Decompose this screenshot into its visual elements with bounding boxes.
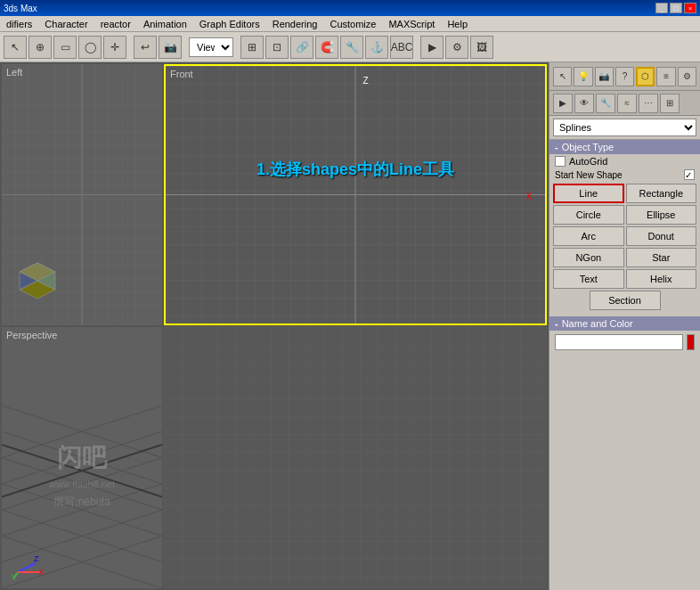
camera-btn[interactable]: 📷: [159, 36, 182, 59]
circle-select-btn[interactable]: ◯: [78, 36, 102, 59]
url-text: www.flash8.net: [49, 479, 115, 489]
object-type-buttons: Line Rectangle Circle Ellipse Arc Donut …: [549, 181, 700, 313]
extra-btn1[interactable]: ≈: [617, 94, 637, 113]
extra-btn3[interactable]: ⊞: [660, 94, 680, 113]
minimize-button[interactable]: _: [655, 3, 668, 13]
viewport-left-label: Left: [6, 67, 22, 78]
name-color-minus[interactable]: -: [555, 318, 558, 329]
snap-btn1[interactable]: ⊞: [240, 36, 264, 59]
menu-maxscript[interactable]: MAXScript: [386, 19, 437, 29]
name-color-label: Name and Color: [562, 318, 633, 329]
autogrid-label: AutoGrid: [569, 156, 607, 167]
svg-text:Z: Z: [363, 76, 369, 86]
camera-panel-btn[interactable]: 📷: [595, 67, 614, 86]
shape-btn-active[interactable]: ⬡: [636, 67, 655, 86]
text-btn[interactable]: ABC: [390, 36, 413, 59]
move-tool-btn[interactable]: ⊕: [28, 36, 52, 59]
snap-btn2[interactable]: ⊡: [265, 36, 289, 59]
ellipse-btn[interactable]: Ellipse: [626, 205, 697, 225]
menu-rendering[interactable]: Rendering: [270, 19, 321, 29]
flash-logo: 闪吧: [57, 441, 107, 475]
svg-rect-35: [164, 327, 547, 588]
extra-btn2[interactable]: ⋯: [639, 94, 658, 113]
snap-btn5[interactable]: 🔧: [340, 36, 363, 59]
window-controls: _ □ ×: [655, 3, 696, 13]
autogrid-row: AutoGrid: [549, 154, 700, 168]
color-swatch[interactable]: [687, 334, 695, 350]
annotation-text: 1.选择shapes中的Line工具: [256, 159, 454, 180]
svg-text:X: X: [526, 192, 533, 201]
maximize-button[interactable]: □: [670, 3, 682, 13]
menu-reactor[interactable]: reactor: [98, 19, 134, 29]
name-color-row: [549, 331, 700, 354]
splines-select[interactable]: Splines: [553, 119, 696, 136]
empty-grid: [164, 327, 547, 588]
panel-toolbar-2: ▶ 👁 🔧 ≈ ⋯ ⊞: [549, 91, 700, 116]
right-panel: ↖ 💡 📷 ? ⬡ ≡ ⚙ ▶ 👁 🔧 ≈ ⋯ ⊞ Splines - Obje…: [549, 62, 700, 590]
render-btn1[interactable]: ▶: [420, 36, 444, 59]
select-tool-btn[interactable]: ↖: [4, 36, 27, 59]
render-btn2[interactable]: ⚙: [445, 36, 468, 59]
section-minus[interactable]: -: [555, 142, 558, 152]
star-btn[interactable]: Star: [626, 248, 697, 267]
snap-btn4[interactable]: 🧲: [315, 36, 338, 59]
display-btn[interactable]: 👁: [574, 94, 594, 113]
viewport-perspective[interactable]: Perspective: [2, 327, 162, 588]
menu-help[interactable]: Help: [444, 19, 470, 29]
viewport-empty[interactable]: [164, 327, 547, 588]
object-type-label: Object Type: [562, 142, 615, 152]
cube-3d: [11, 254, 64, 307]
name-color-header: - Name and Color: [549, 316, 700, 331]
arc-btn[interactable]: Arc: [553, 226, 624, 246]
menu-graph-editors[interactable]: Graph Editors: [197, 19, 263, 29]
viewport-area: Left Fron: [0, 62, 549, 590]
light-btn[interactable]: 💡: [574, 67, 592, 86]
render-btn3[interactable]: 🖼: [470, 36, 493, 59]
viewport-front-label: Front: [170, 69, 193, 79]
start-new-shape-row: Start New Shape ✓: [549, 168, 700, 181]
modifier-btn[interactable]: ≡: [656, 67, 675, 86]
helix-btn[interactable]: Helix: [626, 269, 697, 289]
start-new-shape-checkbox[interactable]: ✓: [684, 169, 695, 180]
rect-select-btn[interactable]: ▭: [53, 36, 77, 59]
donut-btn[interactable]: Donut: [626, 226, 697, 246]
section-btn[interactable]: Section: [590, 291, 661, 310]
circle-btn[interactable]: Circle: [553, 205, 624, 225]
snap-btn3[interactable]: 🔗: [290, 36, 313, 59]
menu-bar: difiers Character reactor Animation Grap…: [0, 16, 700, 32]
front-grid: Z X: [166, 66, 545, 324]
cursor-btn[interactable]: ↖: [553, 67, 572, 86]
panel-toolbar: ↖ 💡 📷 ? ⬡ ≡ ⚙: [549, 62, 700, 91]
svg-line-28: [18, 563, 36, 572]
menu-character[interactable]: Character: [42, 19, 90, 29]
hierarchy-btn[interactable]: ⚙: [678, 67, 696, 86]
menu-modifiers[interactable]: difiers: [4, 19, 35, 29]
utility-btn[interactable]: 🔧: [596, 94, 615, 113]
motion-btn[interactable]: ▶: [553, 94, 573, 113]
name-color-section: - Name and Color: [549, 316, 700, 354]
object-type-header: - Object Type: [549, 140, 700, 154]
viewport-front[interactable]: Front Z X 1.选择shapes中的Line工具: [164, 64, 547, 325]
start-new-shape-label: Start New Shape: [555, 170, 684, 180]
svg-text:Z: Z: [34, 554, 39, 563]
snap-btn6[interactable]: ⚓: [365, 36, 388, 59]
text-obj-btn[interactable]: Text: [553, 269, 624, 289]
menu-animation[interactable]: Animation: [141, 19, 190, 29]
name-input[interactable]: [555, 334, 683, 350]
cross-btn[interactable]: ✛: [103, 36, 126, 59]
helper-btn[interactable]: ?: [615, 67, 634, 86]
rectangle-btn[interactable]: Rectangle: [626, 184, 697, 203]
viewport-left[interactable]: Left: [2, 64, 162, 325]
main-layout: Left Fron: [0, 62, 700, 590]
line-btn[interactable]: Line: [553, 184, 624, 203]
close-button[interactable]: ×: [684, 3, 696, 13]
autogrid-checkbox[interactable]: [555, 156, 566, 167]
menu-customize[interactable]: Customize: [327, 19, 378, 29]
viewport-perspective-label: Perspective: [6, 330, 57, 340]
view-dropdown[interactable]: View: [189, 37, 233, 57]
svg-text:Y: Y: [11, 572, 16, 581]
author-text: 撰写:nebula: [53, 495, 110, 510]
ngon-btn[interactable]: NGon: [553, 248, 624, 267]
undo-btn[interactable]: ↩: [134, 36, 157, 59]
app-title: 3ds Max: [4, 4, 37, 13]
